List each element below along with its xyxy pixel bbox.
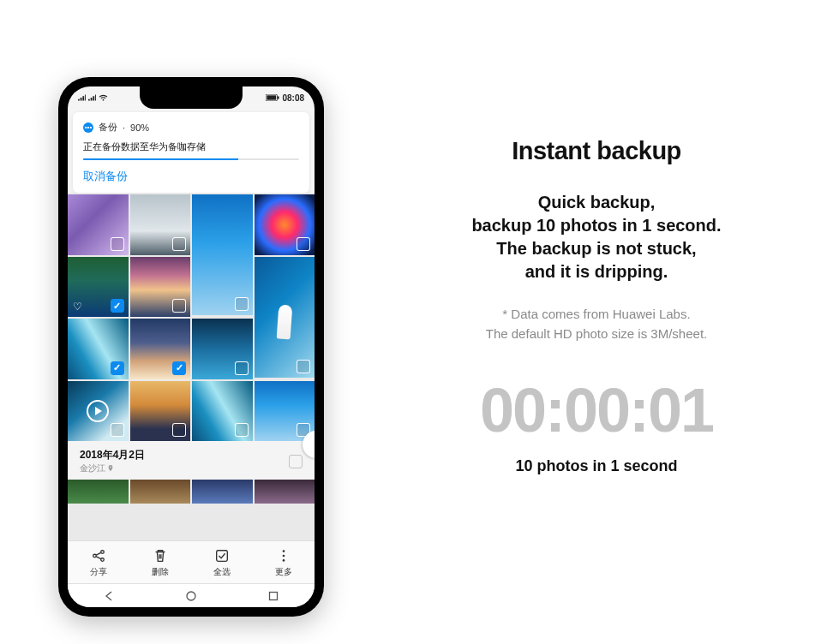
svg-point-9 bbox=[283, 559, 285, 562]
notif-message: 正在备份数据至华为备咖存储 bbox=[83, 140, 299, 153]
share-icon bbox=[91, 548, 106, 564]
photo-thumb[interactable] bbox=[68, 319, 129, 379]
photo-thumb[interactable] bbox=[255, 194, 315, 255]
photo-thumb[interactable] bbox=[130, 194, 191, 255]
nav-bar bbox=[68, 583, 315, 607]
date-text: 2018年4月2日 bbox=[80, 448, 145, 462]
select-all-label: 全选 bbox=[213, 566, 231, 578]
more-label: 更多 bbox=[275, 566, 292, 578]
photo-thumb[interactable] bbox=[130, 257, 191, 318]
checkbox[interactable] bbox=[111, 299, 124, 313]
headline: Instant backup bbox=[416, 137, 776, 165]
heart-icon: ♡ bbox=[73, 301, 82, 313]
select-all-icon bbox=[214, 548, 230, 564]
svg-rect-1 bbox=[267, 95, 277, 99]
checkbox[interactable] bbox=[172, 423, 186, 437]
wifi-icon bbox=[99, 94, 108, 101]
caption-text: 10 photos in 1 second bbox=[416, 457, 776, 475]
share-label: 分享 bbox=[90, 566, 107, 578]
marketing-copy: Instant backup Quick backup, backup 10 p… bbox=[416, 137, 776, 475]
svg-rect-11 bbox=[270, 592, 278, 599]
cancel-backup-button[interactable]: 取消备份 bbox=[83, 169, 299, 184]
svg-point-7 bbox=[283, 550, 285, 552]
photo-thumb[interactable] bbox=[255, 381, 315, 442]
svg-rect-6 bbox=[217, 551, 228, 562]
delete-label: 删除 bbox=[152, 566, 169, 578]
progress-bar bbox=[83, 158, 299, 160]
backup-notification[interactable]: ••• 备份 · 90% 正在备份数据至华为备咖存储 取消备份 bbox=[73, 112, 309, 193]
more-icon bbox=[276, 548, 291, 564]
svg-point-4 bbox=[101, 551, 105, 554]
notif-title: 备份 bbox=[99, 121, 117, 134]
notch bbox=[140, 86, 243, 109]
photo-thumb[interactable] bbox=[192, 381, 253, 442]
checkbox[interactable] bbox=[172, 361, 186, 375]
photo-thumb[interactable] bbox=[130, 381, 191, 442]
bottom-toolbar: 分享 删除 全选 更多 bbox=[68, 540, 315, 583]
notif-pct: 90% bbox=[130, 122, 149, 133]
photo-thumb[interactable] bbox=[255, 257, 315, 378]
body-line: and it is dripping. bbox=[416, 260, 776, 283]
svg-point-10 bbox=[187, 592, 195, 600]
chat-icon: ••• bbox=[83, 122, 93, 133]
select-all-button[interactable]: 全选 bbox=[191, 541, 253, 583]
checkbox[interactable] bbox=[297, 360, 310, 373]
trash-icon bbox=[153, 548, 168, 564]
checkbox[interactable] bbox=[172, 299, 186, 313]
disclaimer-line: The default HD photo size is 3M/sheet. bbox=[416, 324, 776, 343]
checkbox[interactable] bbox=[235, 361, 249, 375]
checkbox[interactable] bbox=[235, 423, 249, 437]
checkbox[interactable] bbox=[111, 423, 124, 437]
checkbox[interactable] bbox=[172, 237, 186, 251]
signal-icon bbox=[78, 94, 86, 101]
photo-thumb[interactable] bbox=[192, 194, 253, 315]
checkbox[interactable] bbox=[111, 361, 124, 375]
select-all-day-checkbox[interactable] bbox=[289, 455, 303, 468]
body-line: The backup is not stuck, bbox=[416, 237, 776, 260]
body-line: Quick backup, bbox=[416, 191, 776, 214]
timer-text: 00:00:01 bbox=[416, 375, 776, 445]
play-icon bbox=[87, 400, 109, 422]
location-text: 金沙江 bbox=[80, 462, 105, 474]
photo-thumb[interactable] bbox=[68, 194, 129, 255]
location-icon bbox=[107, 465, 114, 472]
nav-home-button[interactable] bbox=[185, 590, 197, 602]
nav-recent-button[interactable] bbox=[267, 590, 279, 602]
checkbox[interactable] bbox=[235, 297, 249, 311]
battery-icon bbox=[266, 94, 279, 101]
photo-gallery[interactable]: ♡ 2018年4月2日 金沙江 bbox=[68, 193, 315, 540]
signal-icon bbox=[88, 94, 96, 101]
photo-thumb[interactable] bbox=[130, 319, 191, 379]
nav-back-button[interactable] bbox=[103, 590, 115, 602]
checkbox[interactable] bbox=[111, 237, 124, 251]
thumb-row bbox=[68, 480, 315, 505]
svg-point-8 bbox=[283, 555, 285, 558]
photo-thumb[interactable]: ♡ bbox=[68, 257, 129, 318]
more-button[interactable]: 更多 bbox=[253, 541, 315, 583]
date-header[interactable]: 2018年4月2日 金沙江 bbox=[68, 441, 315, 480]
photo-thumb[interactable] bbox=[192, 319, 253, 379]
notif-sep: · bbox=[123, 122, 125, 133]
delete-button[interactable]: 删除 bbox=[129, 541, 191, 583]
body-line: backup 10 photos in 1 second. bbox=[416, 214, 776, 237]
phone-frame: 08:08 ••• 备份 · 90% 正在备份数据至华为备咖存储 取消备份 bbox=[58, 77, 324, 617]
share-button[interactable]: 分享 bbox=[68, 541, 129, 583]
disclaimer-line: * Data comes from Huawei Labs. bbox=[416, 304, 776, 324]
photo-thumb[interactable] bbox=[68, 381, 129, 442]
status-time: 08:08 bbox=[282, 93, 304, 103]
checkbox[interactable] bbox=[297, 237, 310, 251]
svg-point-3 bbox=[93, 554, 97, 558]
svg-point-5 bbox=[101, 558, 105, 562]
svg-rect-2 bbox=[278, 96, 279, 99]
phone-screen: 08:08 ••• 备份 · 90% 正在备份数据至华为备咖存储 取消备份 bbox=[68, 86, 315, 607]
